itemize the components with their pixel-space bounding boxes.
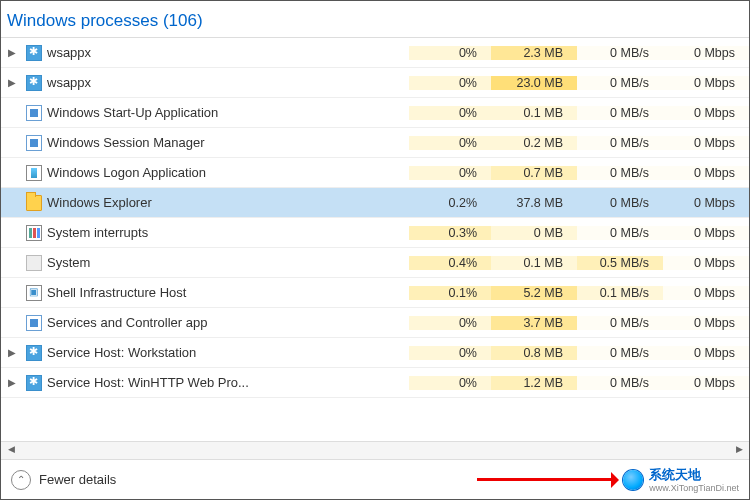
cell-cpu: 0% — [409, 376, 491, 390]
gear-icon — [26, 345, 42, 361]
cell-disk: 0 MB/s — [577, 346, 663, 360]
section-header[interactable]: Windows processes (106) — [1, 1, 749, 38]
cell-cpu: 0% — [409, 316, 491, 330]
blank-icon — [26, 255, 42, 271]
cell-net: 0 Mbps — [663, 376, 749, 390]
process-row[interactable]: ▶wsappx0%23.0 MB0 MB/s0 Mbps — [1, 68, 749, 98]
watermark-url: www.XiTongTianDi.net — [649, 484, 739, 493]
app-icon — [26, 315, 42, 331]
cell-net: 0 Mbps — [663, 196, 749, 210]
cell-mem: 1.2 MB — [491, 376, 577, 390]
process-icon — [23, 75, 45, 91]
process-row[interactable]: System interrupts0.3%0 MB0 MB/s0 Mbps — [1, 218, 749, 248]
gear-icon — [26, 45, 42, 61]
process-row[interactable]: Windows Explorer0.2%37.8 MB0 MB/s0 Mbps — [1, 188, 749, 218]
logon-icon — [26, 165, 42, 181]
process-table: ▶wsappx0%2.3 MB0 MB/s0 Mbps▶wsappx0%23.0… — [1, 38, 749, 398]
cell-net: 0 Mbps — [663, 76, 749, 90]
cell-net: 0 Mbps — [663, 136, 749, 150]
process-name: Service Host: Workstation — [45, 345, 409, 360]
cell-mem: 5.2 MB — [491, 286, 577, 300]
explorer-icon — [26, 195, 42, 211]
process-row[interactable]: Shell Infrastructure Host0.1%5.2 MB0.1 M… — [1, 278, 749, 308]
fewer-details-toggle[interactable]: ⌃ Fewer details — [11, 470, 116, 490]
cell-mem: 2.3 MB — [491, 46, 577, 60]
cell-disk: 0 MB/s — [577, 46, 663, 60]
cell-disk: 0.1 MB/s — [577, 286, 663, 300]
cell-cpu: 0.4% — [409, 256, 491, 270]
section-title: Windows processes (106) — [7, 11, 203, 30]
cell-net: 0 Mbps — [663, 316, 749, 330]
gear-icon — [26, 375, 42, 391]
process-name: Windows Session Manager — [45, 135, 409, 150]
cell-net: 0 Mbps — [663, 256, 749, 270]
fewer-details-label: Fewer details — [39, 472, 116, 487]
cell-disk: 0 MB/s — [577, 226, 663, 240]
cell-disk: 0 MB/s — [577, 136, 663, 150]
app-icon — [26, 105, 42, 121]
cell-mem: 23.0 MB — [491, 76, 577, 90]
process-icon — [23, 285, 45, 301]
horizontal-scrollbar[interactable]: ◀ ▶ — [1, 441, 749, 459]
expand-chevron-icon[interactable]: ▶ — [1, 377, 23, 388]
process-row[interactable]: System0.4%0.1 MB0.5 MB/s0 Mbps — [1, 248, 749, 278]
process-name: System — [45, 255, 409, 270]
process-icon — [23, 255, 45, 271]
gear-icon — [26, 75, 42, 91]
cell-disk: 0 MB/s — [577, 76, 663, 90]
process-name: Services and Controller app — [45, 315, 409, 330]
cell-cpu: 0% — [409, 136, 491, 150]
cell-disk: 0 MB/s — [577, 376, 663, 390]
cell-cpu: 0% — [409, 166, 491, 180]
expand-chevron-icon[interactable]: ▶ — [1, 347, 23, 358]
cell-cpu: 0.1% — [409, 286, 491, 300]
cell-cpu: 0.3% — [409, 226, 491, 240]
cell-net: 0 Mbps — [663, 286, 749, 300]
process-icon — [23, 165, 45, 181]
process-row[interactable]: Windows Start-Up Application0%0.1 MB0 MB… — [1, 98, 749, 128]
process-icon — [23, 195, 45, 211]
process-row[interactable]: Windows Session Manager0%0.2 MB0 MB/s0 M… — [1, 128, 749, 158]
process-row[interactable]: ▶Service Host: Workstation0%0.8 MB0 MB/s… — [1, 338, 749, 368]
cell-cpu: 0.2% — [409, 196, 491, 210]
cell-mem: 0.8 MB — [491, 346, 577, 360]
cell-net: 0 Mbps — [663, 226, 749, 240]
cell-mem: 37.8 MB — [491, 196, 577, 210]
cell-disk: 0 MB/s — [577, 106, 663, 120]
process-name: System interrupts — [45, 225, 409, 240]
cell-cpu: 0% — [409, 46, 491, 60]
cell-mem: 3.7 MB — [491, 316, 577, 330]
process-row[interactable]: ▶wsappx0%2.3 MB0 MB/s0 Mbps — [1, 38, 749, 68]
cell-disk: 0 MB/s — [577, 196, 663, 210]
process-name: Service Host: WinHTTP Web Pro... — [45, 375, 409, 390]
footer-bar: ⌃ Fewer details 系统天地 www.XiTongTianDi.ne… — [1, 459, 749, 499]
cell-net: 0 Mbps — [663, 46, 749, 60]
process-icon — [23, 375, 45, 391]
process-name: Shell Infrastructure Host — [45, 285, 409, 300]
cell-disk: 0 MB/s — [577, 166, 663, 180]
process-name: wsappx — [45, 45, 409, 60]
cell-mem: 0 MB — [491, 226, 577, 240]
expand-chevron-icon[interactable]: ▶ — [1, 47, 23, 58]
cell-net: 0 Mbps — [663, 346, 749, 360]
cell-net: 0 Mbps — [663, 106, 749, 120]
process-row[interactable]: Windows Logon Application0%0.7 MB0 MB/s0… — [1, 158, 749, 188]
process-icon — [23, 105, 45, 121]
cell-mem: 0.1 MB — [491, 106, 577, 120]
process-row[interactable]: ▶Service Host: WinHTTP Web Pro...0%1.2 M… — [1, 368, 749, 398]
scroll-right-button[interactable]: ▶ — [731, 444, 747, 458]
scroll-left-button[interactable]: ◀ — [3, 444, 19, 458]
cell-disk: 0 MB/s — [577, 316, 663, 330]
process-icon — [23, 45, 45, 61]
shell-icon — [26, 285, 42, 301]
cell-mem: 0.7 MB — [491, 166, 577, 180]
process-row[interactable]: Services and Controller app0%3.7 MB0 MB/… — [1, 308, 749, 338]
watermark-brand: 系统天地 — [649, 467, 701, 482]
cell-net: 0 Mbps — [663, 166, 749, 180]
process-name: Windows Logon Application — [45, 165, 409, 180]
cell-disk: 0.5 MB/s — [577, 256, 663, 270]
app-icon — [26, 135, 42, 151]
expand-chevron-icon[interactable]: ▶ — [1, 77, 23, 88]
process-name: Windows Start-Up Application — [45, 105, 409, 120]
process-icon — [23, 345, 45, 361]
